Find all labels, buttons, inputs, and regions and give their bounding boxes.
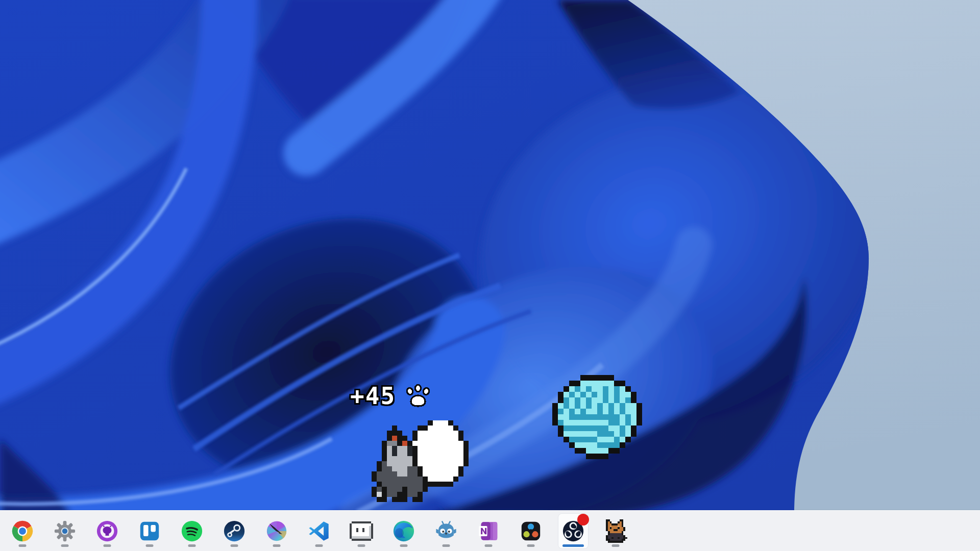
running-indicator	[358, 544, 365, 547]
taskbar-item-desktop-pet[interactable]	[600, 513, 631, 549]
taskbar-item-obs[interactable]	[558, 513, 589, 549]
running-indicator	[485, 544, 493, 547]
krita-icon	[265, 519, 288, 543]
desktop-pet-icon	[604, 519, 627, 543]
running-indicator	[61, 544, 69, 547]
running-indicator	[562, 544, 584, 547]
running-indicator	[443, 544, 450, 547]
taskbar	[0, 510, 980, 551]
running-indicator	[19, 544, 27, 547]
taskbar-item-pixel-box[interactable]	[346, 513, 377, 549]
taskbar-item-steam[interactable]	[219, 513, 250, 549]
taskbar-items	[7, 511, 631, 551]
running-indicator	[273, 544, 281, 547]
spotify-icon	[180, 519, 204, 543]
taskbar-item-spotify[interactable]	[177, 513, 207, 549]
running-indicator	[612, 544, 620, 547]
running-indicator	[400, 544, 408, 547]
taskbar-item-edge[interactable]	[388, 513, 419, 549]
running-indicator	[188, 544, 196, 547]
pet-cat-sprite[interactable]	[372, 420, 474, 504]
edge-icon	[392, 519, 415, 543]
running-indicator	[104, 544, 111, 547]
yarn-ball-sprite[interactable]	[552, 375, 642, 461]
godot-icon	[434, 519, 458, 543]
wallpaper-bloom	[0, 0, 980, 551]
steam-icon	[223, 519, 246, 543]
chrome-icon	[11, 519, 34, 543]
taskbar-item-github-desktop[interactable]	[92, 513, 122, 549]
taskbar-item-godot[interactable]	[431, 513, 461, 549]
taskbar-item-vscode[interactable]	[304, 513, 334, 549]
pet-score-popup: +45	[350, 383, 432, 409]
pet-score-text: +45	[350, 384, 396, 408]
github-desktop-icon	[95, 519, 119, 543]
davinci-resolve-icon	[519, 519, 543, 543]
taskbar-item-trello[interactable]	[134, 513, 165, 549]
taskbar-item-settings[interactable]	[50, 513, 80, 549]
taskbar-item-onenote[interactable]	[473, 513, 504, 549]
paw-icon	[404, 383, 432, 409]
vscode-icon	[307, 519, 331, 543]
running-indicator	[146, 544, 154, 547]
desktop: +45	[0, 0, 980, 551]
pixel-box-icon	[350, 519, 373, 543]
running-indicator	[527, 544, 535, 547]
taskbar-item-krita[interactable]	[261, 513, 292, 549]
taskbar-item-chrome[interactable]	[7, 513, 38, 549]
onenote-icon	[477, 519, 500, 543]
taskbar-item-davinci-resolve[interactable]	[516, 513, 546, 549]
settings-icon	[53, 519, 77, 543]
running-indicator	[231, 544, 238, 547]
running-indicator	[315, 544, 323, 547]
trello-icon	[138, 519, 161, 543]
obs-notification-dot	[577, 514, 589, 525]
